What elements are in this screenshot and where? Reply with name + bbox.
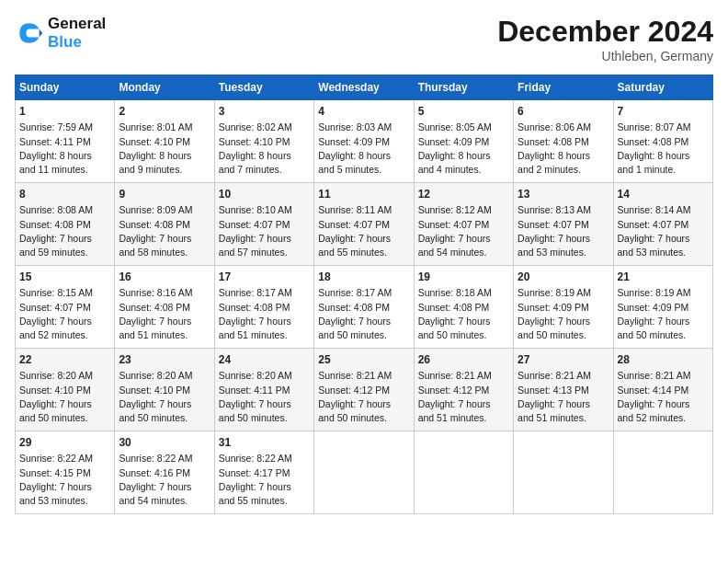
day-info-line: Daylight: 7 hours (19, 397, 110, 411)
day-number: 31 (219, 435, 310, 451)
calendar-week-row: 8Sunrise: 8:08 AMSunset: 4:08 PMDaylight… (16, 183, 713, 266)
day-info-line: Sunset: 4:14 PM (618, 384, 709, 397)
day-info-line: Daylight: 8 hours (19, 149, 110, 163)
calendar-week-row: 1Sunrise: 7:59 AMSunset: 4:11 PMDaylight… (16, 100, 713, 183)
day-info-line: Daylight: 7 hours (518, 397, 609, 411)
calendar-cell: 7Sunrise: 8:07 AMSunset: 4:08 PMDaylight… (613, 100, 712, 183)
day-info-line: Sunrise: 8:12 AM (418, 203, 509, 217)
title-block: December 2024 Uthleben, Germany (497, 15, 713, 63)
day-info-line: Sunset: 4:07 PM (19, 301, 110, 315)
day-info-line: Sunset: 4:08 PM (418, 301, 509, 315)
day-info-line: Daylight: 7 hours (19, 232, 110, 246)
day-info-line: Sunset: 4:10 PM (19, 384, 110, 397)
day-number: 9 (119, 187, 210, 202)
calendar-cell: 9Sunrise: 8:09 AMSunset: 4:08 PMDaylight… (115, 183, 214, 266)
day-info-line: Sunset: 4:11 PM (19, 135, 110, 149)
day-info-line: Daylight: 7 hours (19, 315, 110, 328)
day-info-line: Daylight: 7 hours (219, 480, 310, 494)
day-number: 1 (19, 104, 110, 120)
day-info-line: and 7 minutes. (219, 163, 310, 177)
day-number: 23 (119, 352, 210, 368)
day-number: 11 (318, 187, 409, 202)
day-info-line: and 53 minutes. (19, 494, 110, 508)
day-info-line: and 4 minutes. (418, 163, 509, 177)
day-info-line: Sunrise: 8:09 AM (119, 203, 210, 217)
day-info-line: and 53 minutes. (518, 246, 609, 259)
day-info-line: and 53 minutes. (618, 246, 709, 259)
day-info-line: Daylight: 7 hours (418, 232, 509, 246)
day-info-line: and 50 minutes. (19, 411, 110, 425)
page-header: General Blue December 2024 Uthleben, Ger… (15, 15, 713, 63)
day-info-line: Daylight: 7 hours (618, 232, 709, 246)
day-info-line: Sunrise: 8:19 AM (618, 286, 709, 300)
day-number: 4 (318, 104, 409, 120)
day-info-line: Daylight: 8 hours (119, 149, 210, 163)
day-info-line: Daylight: 7 hours (219, 232, 310, 246)
day-info-line: Daylight: 7 hours (219, 397, 310, 411)
day-info-line: and 50 minutes. (219, 411, 310, 425)
day-info-line: Daylight: 8 hours (418, 149, 509, 163)
calendar-cell: 6Sunrise: 8:06 AMSunset: 4:08 PMDaylight… (514, 100, 613, 183)
day-info-line: Daylight: 8 hours (318, 149, 409, 163)
day-info-line: and 55 minutes. (318, 246, 409, 259)
day-info-line: Sunset: 4:09 PM (518, 301, 609, 315)
day-info-line: and 55 minutes. (219, 494, 310, 508)
calendar-cell: 16Sunrise: 8:16 AMSunset: 4:08 PMDayligh… (115, 266, 214, 349)
day-info-line: and 2 minutes. (518, 163, 609, 177)
calendar-cell: 30Sunrise: 8:22 AMSunset: 4:16 PMDayligh… (115, 431, 214, 514)
day-number: 8 (19, 187, 110, 202)
weekday-header: Friday (514, 75, 613, 100)
day-info-line: Sunrise: 8:11 AM (318, 203, 409, 217)
day-number: 12 (418, 187, 509, 202)
day-info-line: Sunset: 4:08 PM (219, 301, 310, 315)
calendar-cell: 12Sunrise: 8:12 AMSunset: 4:07 PMDayligh… (414, 183, 513, 266)
logo: General Blue (15, 15, 106, 51)
logo-text: General Blue (48, 15, 106, 51)
weekday-header: Saturday (613, 75, 712, 100)
day-info-line: Sunrise: 8:17 AM (318, 286, 409, 300)
day-info-line: Sunset: 4:08 PM (119, 218, 210, 232)
day-info-line: Sunset: 4:10 PM (219, 135, 310, 149)
calendar-header-row: SundayMondayTuesdayWednesdayThursdayFrid… (16, 75, 713, 100)
day-info-line: Sunset: 4:08 PM (518, 135, 609, 149)
day-info-line: Sunset: 4:16 PM (119, 466, 210, 480)
day-number: 5 (418, 104, 509, 120)
day-info-line: Sunset: 4:07 PM (219, 218, 310, 232)
calendar-cell: 14Sunrise: 8:14 AMSunset: 4:07 PMDayligh… (613, 183, 712, 266)
day-info-line: Daylight: 7 hours (318, 232, 409, 246)
calendar-cell: 28Sunrise: 8:21 AMSunset: 4:14 PMDayligh… (613, 349, 712, 431)
calendar-cell: 23Sunrise: 8:20 AMSunset: 4:10 PMDayligh… (115, 349, 214, 431)
day-info-line: Daylight: 7 hours (518, 315, 609, 328)
day-info-line: Sunset: 4:17 PM (219, 466, 310, 480)
calendar-cell: 17Sunrise: 8:17 AMSunset: 4:08 PMDayligh… (214, 266, 313, 349)
day-info-line: and 50 minutes. (618, 328, 709, 342)
day-info-line: Sunset: 4:12 PM (418, 384, 509, 397)
calendar-week-row: 22Sunrise: 8:20 AMSunset: 4:10 PMDayligh… (16, 349, 713, 431)
day-info-line: Sunrise: 8:03 AM (318, 121, 409, 134)
day-info-line: Sunset: 4:09 PM (318, 135, 409, 149)
day-info-line: and 5 minutes. (318, 163, 409, 177)
day-info-line: Daylight: 8 hours (518, 149, 609, 163)
calendar-cell: 13Sunrise: 8:13 AMSunset: 4:07 PMDayligh… (514, 183, 613, 266)
day-number: 21 (618, 270, 709, 285)
day-info-line: and 51 minutes. (219, 328, 310, 342)
day-info-line: Daylight: 7 hours (119, 232, 210, 246)
day-info-line: and 59 minutes. (19, 246, 110, 259)
calendar-cell: 24Sunrise: 8:20 AMSunset: 4:11 PMDayligh… (214, 349, 313, 431)
day-info-line: Sunrise: 8:21 AM (318, 369, 409, 383)
day-info-line: Sunrise: 8:14 AM (618, 203, 709, 217)
day-info-line: and 50 minutes. (318, 328, 409, 342)
calendar-cell: 27Sunrise: 8:21 AMSunset: 4:13 PMDayligh… (514, 349, 613, 431)
day-number: 6 (518, 104, 609, 120)
day-info-line: Sunrise: 8:22 AM (119, 452, 210, 465)
weekday-header: Sunday (16, 75, 115, 100)
day-info-line: Daylight: 7 hours (318, 315, 409, 328)
day-info-line: Sunrise: 8:02 AM (219, 121, 310, 134)
calendar-cell: 3Sunrise: 8:02 AMSunset: 4:10 PMDaylight… (214, 100, 313, 183)
day-info-line: and 52 minutes. (19, 328, 110, 342)
location: Uthleben, Germany (497, 49, 713, 63)
day-number: 20 (518, 270, 609, 285)
day-info-line: Sunset: 4:07 PM (418, 218, 509, 232)
day-info-line: and 54 minutes. (119, 494, 210, 508)
day-info-line: Sunrise: 7:59 AM (19, 121, 110, 134)
